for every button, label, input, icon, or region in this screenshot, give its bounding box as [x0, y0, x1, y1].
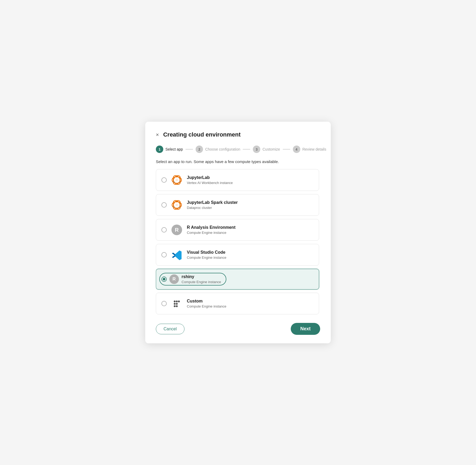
- next-button[interactable]: Next: [291, 323, 320, 335]
- step-connector-1: [186, 149, 193, 150]
- svg-point-13: [179, 206, 180, 207]
- step-connector-3: [283, 149, 290, 150]
- rshiny-name: rshiny: [182, 274, 221, 279]
- rshiny-info: rshiny Compute Engine instance: [182, 274, 221, 284]
- step-2-label: Choose configuration: [205, 147, 240, 151]
- radio-jupyterlab-spark[interactable]: [161, 202, 167, 208]
- step-3: 3 Customize: [253, 146, 280, 153]
- app-list: JupyterLab Vertex AI Workbench instance: [156, 169, 320, 314]
- jupyterlab-spark-info: JupyterLab Spark cluster Dataproc cluste…: [187, 200, 238, 210]
- close-icon[interactable]: ×: [156, 132, 159, 137]
- radio-r-analysis[interactable]: [161, 227, 167, 232]
- description-text: Select an app to run. Some apps have a f…: [156, 159, 320, 164]
- jupyterlab-spark-sub: Dataproc cluster: [187, 206, 238, 210]
- vscode-info: Visual Studio Code Compute Engine instan…: [187, 250, 226, 260]
- radio-rshiny[interactable]: [161, 277, 167, 282]
- r-analysis-sub: Compute Engine instance: [187, 231, 235, 235]
- app-item-jupyterlab[interactable]: JupyterLab Vertex AI Workbench instance: [156, 169, 319, 191]
- jupyterlab-sub: Vertex AI Workbench instance: [187, 181, 233, 185]
- custom-name: Custom: [187, 299, 226, 304]
- radio-vscode[interactable]: [161, 252, 167, 257]
- svg-point-18: [174, 301, 176, 302]
- custom-sub: Compute Engine instance: [187, 304, 226, 308]
- step-connector-2: [243, 149, 250, 150]
- app-item-rshiny[interactable]: R rshiny Compute Engine instance: [156, 269, 319, 289]
- svg-point-20: [178, 301, 180, 302]
- svg-marker-17: [172, 255, 175, 258]
- jupyterlab-spark-icon: [171, 199, 183, 211]
- custom-icon: [171, 298, 183, 309]
- svg-point-10: [175, 204, 178, 206]
- svg-point-3: [175, 179, 178, 181]
- dialog-header: × Creating cloud environment: [156, 131, 320, 138]
- svg-marker-15: [175, 251, 182, 260]
- radio-custom[interactable]: [161, 301, 167, 306]
- svg-point-19: [176, 301, 178, 302]
- step-2: 2 Choose configuration: [196, 146, 240, 153]
- radio-rshiny-inner: [163, 278, 165, 280]
- jupyterlab-icon: [171, 174, 183, 186]
- step-4-label: Review details: [302, 147, 326, 151]
- vscode-name: Visual Studio Code: [187, 250, 226, 255]
- step-1-circle: 1: [156, 146, 163, 153]
- cancel-button[interactable]: Cancel: [156, 324, 184, 334]
- r-analysis-info: R Analysis Environment Compute Engine in…: [187, 225, 235, 235]
- jupyterlab-name: JupyterLab: [187, 175, 233, 180]
- app-item-jupyterlab-spark[interactable]: JupyterLab Spark cluster Dataproc cluste…: [156, 194, 319, 216]
- svg-point-12: [173, 206, 174, 207]
- svg-point-24: [176, 305, 178, 307]
- svg-point-4: [176, 176, 177, 177]
- step-1: 1 Select app: [156, 146, 183, 153]
- step-4: 4 Review details: [293, 146, 326, 153]
- rshiny-icon: R: [169, 274, 179, 284]
- app-item-custom[interactable]: Custom Compute Engine instance: [156, 293, 319, 314]
- rshiny-sub: Compute Engine instance: [182, 280, 221, 284]
- custom-info: Custom Compute Engine instance: [187, 299, 226, 308]
- jupyterlab-spark-name: JupyterLab Spark cluster: [187, 200, 238, 205]
- step-3-circle: 3: [253, 146, 260, 153]
- step-4-circle: 4: [293, 146, 300, 153]
- dialog-title: Creating cloud environment: [163, 131, 241, 138]
- svg-point-6: [179, 181, 180, 182]
- step-1-label: Select app: [165, 147, 183, 151]
- steps-bar: 1 Select app 2 Choose configuration 3 Cu…: [156, 146, 320, 153]
- svg-point-23: [174, 305, 176, 307]
- rshiny-oval: R rshiny Compute Engine instance: [159, 273, 226, 286]
- svg-point-22: [176, 303, 178, 305]
- app-item-r-analysis[interactable]: R R Analysis Environment Compute Engine …: [156, 219, 319, 241]
- footer: Cancel Next: [156, 323, 320, 335]
- svg-marker-16: [172, 253, 175, 255]
- step-2-circle: 2: [196, 146, 203, 153]
- step-3-label: Customize: [262, 147, 280, 151]
- svg-point-21: [174, 303, 176, 305]
- radio-jupyterlab[interactable]: [161, 177, 167, 183]
- vscode-icon: [171, 249, 183, 261]
- vscode-sub: Compute Engine instance: [187, 256, 226, 260]
- jupyterlab-info: JupyterLab Vertex AI Workbench instance: [187, 175, 233, 185]
- svg-point-11: [176, 201, 177, 202]
- r-analysis-name: R Analysis Environment: [187, 225, 235, 230]
- r-analysis-icon: R: [171, 224, 183, 236]
- svg-point-5: [173, 181, 174, 182]
- app-item-vscode[interactable]: Visual Studio Code Compute Engine instan…: [156, 244, 319, 266]
- dialog: × Creating cloud environment 1 Select ap…: [145, 122, 331, 343]
